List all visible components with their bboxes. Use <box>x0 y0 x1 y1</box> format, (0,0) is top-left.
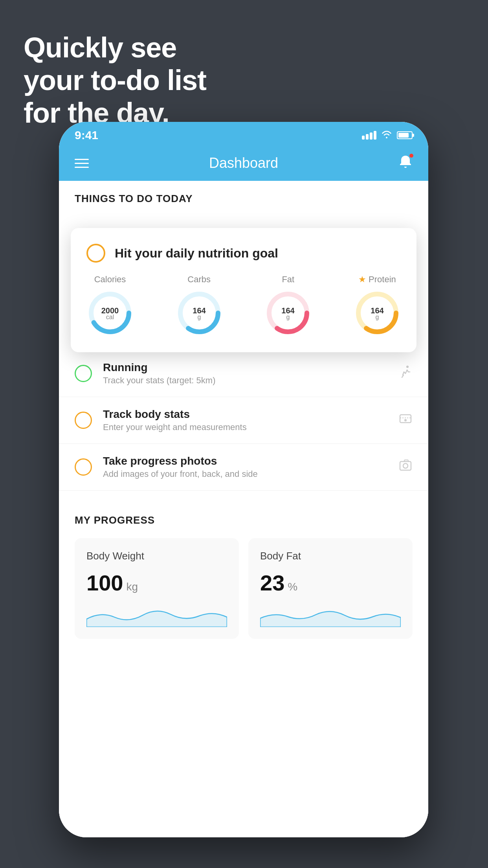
svg-text:cal: cal <box>106 314 114 320</box>
headline-line2: your to-do list <box>24 64 206 97</box>
nav-bar: Dashboard <box>59 145 428 181</box>
svg-point-20 <box>403 463 408 468</box>
todo-name-photos: Take progress photos <box>103 455 387 467</box>
main-content: THINGS TO DO TODAY Hit your daily nutrit… <box>59 181 428 837</box>
todo-item-photos[interactable]: Take progress photos Add images of your … <box>59 444 428 491</box>
fat-donut: 164 g <box>264 289 312 337</box>
headline-line1: Quickly see <box>24 31 206 64</box>
todo-desc-body-stats: Enter your weight and measurements <box>103 422 387 432</box>
bell-notification-dot <box>409 153 414 158</box>
body-weight-card: Body Weight 100 kg <box>75 538 239 639</box>
body-weight-number: 100 <box>86 570 123 596</box>
todo-list: Running Track your stats (target: 5km) <box>59 350 428 491</box>
nutrition-circles: Calories 2000 cal Carbs <box>86 274 401 337</box>
protein-donut: 164 g <box>354 289 401 337</box>
body-weight-unit: kg <box>126 581 138 593</box>
progress-title: MY PROGRESS <box>75 514 413 526</box>
battery-icon <box>397 131 413 139</box>
svg-text:g: g <box>286 314 290 320</box>
status-icons <box>362 130 413 141</box>
bell-icon[interactable] <box>398 154 413 172</box>
todo-text-body-stats: Track body stats Enter your weight and m… <box>103 408 387 432</box>
todo-desc-running: Track your stats (target: 5km) <box>103 375 387 386</box>
body-weight-value-row: 100 kg <box>86 570 227 596</box>
body-fat-title: Body Fat <box>260 550 401 562</box>
fat-label: Fat <box>282 274 294 285</box>
todo-name-running: Running <box>103 361 387 374</box>
card-header: Hit your daily nutrition goal <box>86 244 401 263</box>
progress-cards: Body Weight 100 kg <box>75 538 413 639</box>
body-fat-card: Body Fat 23 % <box>248 538 413 639</box>
nutrition-carbs: Carbs 164 g <box>176 274 223 337</box>
running-icon <box>398 365 413 383</box>
todo-item-body-stats[interactable]: Track body stats Enter your weight and m… <box>59 397 428 444</box>
todo-circle-photos <box>75 458 92 476</box>
svg-point-18 <box>404 419 407 421</box>
svg-rect-19 <box>400 462 411 470</box>
todo-circle-body-stats <box>75 412 92 429</box>
status-bar: 9:41 <box>59 122 428 145</box>
nutrition-fat: Fat 164 g <box>264 274 312 337</box>
signal-icon <box>362 131 376 140</box>
star-icon: ★ <box>358 274 366 285</box>
protein-label-row: ★ Protein <box>358 274 396 285</box>
photo-icon <box>398 458 413 476</box>
todo-circle-nutrition <box>86 244 105 263</box>
body-weight-title: Body Weight <box>86 550 227 562</box>
body-fat-wave <box>260 603 401 627</box>
calories-donut: 2000 cal <box>86 289 134 337</box>
todo-text-photos: Take progress photos Add images of your … <box>103 455 387 479</box>
todo-item-running[interactable]: Running Track your stats (target: 5km) <box>59 350 428 397</box>
progress-section: MY PROGRESS Body Weight 100 kg <box>59 498 428 655</box>
things-section-title: THINGS TO DO TODAY <box>75 193 193 204</box>
todo-circle-running <box>75 365 92 382</box>
calories-label: Calories <box>94 274 126 285</box>
phone-mockup: 9:41 <box>59 122 428 837</box>
scale-icon <box>398 412 413 429</box>
carbs-donut: 164 g <box>176 289 223 337</box>
carbs-label: Carbs <box>187 274 211 285</box>
body-fat-number: 23 <box>260 570 284 596</box>
todo-name-body-stats: Track body stats <box>103 408 387 421</box>
nav-title: Dashboard <box>209 155 278 171</box>
hamburger-menu[interactable] <box>75 159 89 168</box>
things-section-header: THINGS TO DO TODAY <box>59 181 428 209</box>
body-weight-wave <box>86 603 227 627</box>
card-title: Hit your daily nutrition goal <box>115 246 278 261</box>
todo-text-running: Running Track your stats (target: 5km) <box>103 361 387 386</box>
headline: Quickly see your to-do list for the day. <box>24 31 206 129</box>
svg-text:g: g <box>376 314 379 320</box>
nutrition-protein: ★ Protein 164 g <box>354 274 401 337</box>
body-fat-value-row: 23 % <box>260 570 401 596</box>
todo-desc-photos: Add images of your front, back, and side <box>103 469 387 479</box>
body-fat-unit: % <box>288 581 297 593</box>
status-time: 9:41 <box>75 129 98 142</box>
nutrition-calories: Calories 2000 cal <box>86 274 134 337</box>
nutrition-card: Hit your daily nutrition goal Calories 2… <box>71 228 416 352</box>
svg-text:g: g <box>197 314 201 320</box>
protein-label: Protein <box>369 274 396 285</box>
wifi-icon <box>381 130 392 141</box>
